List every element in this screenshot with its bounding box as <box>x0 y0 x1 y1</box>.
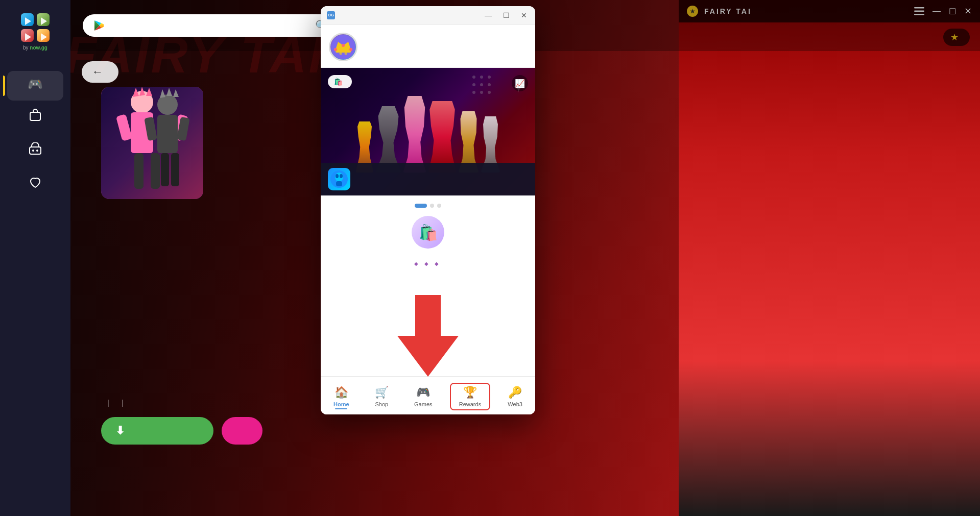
web3-nav-label: Web3 <box>508 401 522 407</box>
svg-point-63 <box>32 150 34 152</box>
og-banner[interactable]: ✦ 🛍️ 📈 <box>321 68 535 195</box>
shop-nav-icon: 🛒 <box>375 386 389 399</box>
game-separator-2: | <box>122 398 124 407</box>
minimize-button[interactable]: — <box>483 10 494 20</box>
marketplace-icon <box>29 142 42 159</box>
og-store-favicon: OG <box>327 11 335 19</box>
svg-point-84 <box>480 91 483 94</box>
og-nav-rewards[interactable]: 🏆 Rewards <box>450 383 490 410</box>
install-button[interactable] <box>222 417 262 445</box>
restore-button[interactable]: ☐ <box>501 10 512 20</box>
svg-rect-2 <box>116 114 132 141</box>
bluestacks-store-icon <box>29 109 42 125</box>
game-title-area: | | ⬇ <box>101 394 262 445</box>
og-nav-games[interactable]: 🎮 Games <box>406 384 440 409</box>
og-nav-home[interactable]: 🏠 Home <box>325 384 357 409</box>
og-bottom-navigation: 🏠 Home 🛒 Shop 🎮 Games 🏆 Rewards 🔑 Web3 <box>321 376 535 414</box>
og-store-content: ✦ 🛍️ 📈 <box>321 24 535 376</box>
close-button[interactable]: ✕ <box>519 10 529 20</box>
home-nav-label: Home <box>333 401 349 407</box>
svg-marker-14 <box>146 88 152 96</box>
banner-char-4 <box>428 101 457 173</box>
thumb-characters-svg <box>101 87 203 199</box>
og-nav-shop[interactable]: 🛒 Shop <box>367 384 397 409</box>
games-nav-label: Games <box>414 401 432 407</box>
og-banner-trend-button[interactable]: 📈 <box>512 75 528 91</box>
home-nav-icon: 🏠 <box>334 386 348 399</box>
desc-diamond-3: ◆ <box>435 261 439 266</box>
sidebar: by now.gg 🎮 <box>0 0 70 516</box>
svg-marker-16 <box>166 88 172 96</box>
try-instantly-button[interactable]: ⬇ <box>101 417 213 445</box>
sidebar-item-bluestacks-store[interactable] <box>7 103 63 134</box>
svg-rect-7 <box>157 115 178 153</box>
trending-icon: 📈 <box>515 79 525 88</box>
sidebar-item-my-games[interactable] <box>7 170 63 202</box>
svg-point-85 <box>488 91 491 94</box>
bluestacks-logo-icon <box>20 12 51 43</box>
desc-diamond-2: ◆ <box>424 261 428 266</box>
svg-rect-71 <box>336 48 351 53</box>
svg-point-81 <box>480 83 483 86</box>
home-active-indicator <box>335 408 347 409</box>
svg-point-74 <box>349 48 352 51</box>
game-thumbnail <box>101 87 203 199</box>
webshop-tag-icon: 🛍️ <box>334 78 343 86</box>
bluestacks-sub: by now.gg <box>23 45 47 51</box>
fairy-tail-window: ★ FAIRY TAI — ☐ ✕ ★ <box>679 0 980 516</box>
fairy-tail-bg <box>679 0 980 516</box>
go-back-button[interactable]: ← <box>82 61 118 83</box>
og-user-header <box>321 24 535 68</box>
svg-rect-90 <box>336 181 342 186</box>
og-webshop-section: 🛍️ ◆ ◆ ◆ <box>321 216 535 275</box>
svg-point-76 <box>345 53 347 55</box>
svg-point-79 <box>488 76 491 79</box>
game-separator-1: | <box>107 398 109 407</box>
svg-point-82 <box>488 83 491 86</box>
svg-marker-15 <box>160 89 165 98</box>
webshop-bag-icon: 🛍️ <box>419 224 438 241</box>
og-webshop-desc: ◆ ◆ ◆ <box>414 261 442 266</box>
rewards-nav-label: Rewards <box>459 401 481 407</box>
og-nav-web3[interactable]: 🔑 Web3 <box>499 384 531 409</box>
svg-point-83 <box>472 91 475 94</box>
svg-rect-62 <box>30 147 41 154</box>
og-webshop-icon: 🛍️ <box>412 216 444 249</box>
og-offer-game-icon <box>328 168 350 190</box>
games-nav-icon: 🎮 <box>416 386 430 399</box>
svg-rect-11 <box>171 153 179 186</box>
sidebar-item-all-games[interactable]: 🎮 <box>7 71 63 101</box>
svg-point-78 <box>480 76 483 79</box>
svg-marker-17 <box>173 89 179 97</box>
og-store-window: OG — ☐ ✕ <box>321 6 535 414</box>
dot-3 <box>437 204 441 208</box>
window-controls: — ☐ ✕ <box>483 10 529 20</box>
og-offer-bar[interactable] <box>321 163 535 195</box>
dot-1-active <box>415 204 427 208</box>
try-instantly-icon: ⬇ <box>115 424 125 437</box>
svg-rect-10 <box>161 153 169 186</box>
rewards-nav-icon: 🏆 <box>463 386 477 399</box>
bluestacks-logo: by now.gg <box>16 8 55 55</box>
sidebar-item-marketplace[interactable] <box>7 136 63 168</box>
all-games-icon: 🎮 <box>28 77 43 91</box>
search-bar[interactable]: 🔍 <box>83 14 338 37</box>
svg-point-72 <box>334 48 337 51</box>
desc-diamond-1: ◆ <box>414 261 418 266</box>
game-buttons: ⬇ <box>101 417 262 445</box>
nowgg-text: now.gg <box>30 45 47 51</box>
go-back-arrow-icon: ← <box>92 65 103 79</box>
web3-nav-icon: 🔑 <box>508 386 522 399</box>
svg-rect-5 <box>151 153 160 189</box>
svg-rect-61 <box>30 112 40 120</box>
avatar-svg <box>330 34 356 60</box>
svg-rect-4 <box>134 153 144 189</box>
og-user-avatar <box>329 33 357 61</box>
svg-point-80 <box>472 83 475 86</box>
banner-char-3 <box>403 96 426 173</box>
svg-point-73 <box>342 44 345 47</box>
svg-point-64 <box>36 150 38 152</box>
game-thumb-image <box>101 87 203 199</box>
svg-point-89 <box>340 174 343 178</box>
svg-point-88 <box>336 174 339 178</box>
